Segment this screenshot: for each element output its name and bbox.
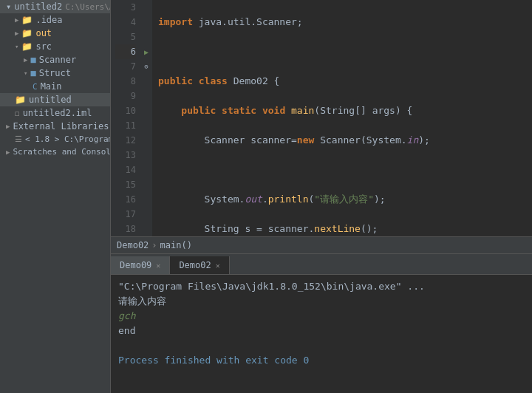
line-num-9: 9 bbox=[115, 89, 136, 103]
terminal-tab-demo02[interactable]: Demo02 ✕ bbox=[170, 256, 229, 274]
line-num-11: 11 bbox=[115, 118, 136, 133]
line-num-17: 17 bbox=[115, 207, 136, 222]
sidebar-label-out: out bbox=[35, 28, 52, 38]
gutter-12 bbox=[140, 148, 152, 163]
iml-file-icon: ◻ bbox=[15, 109, 20, 118]
gutter-14 bbox=[140, 177, 152, 192]
folder-icon: 📁 bbox=[21, 15, 33, 25]
code-content[interactable]: import java.util.Scanner; public class D… bbox=[152, 0, 532, 236]
line-num-5: 5 bbox=[115, 30, 136, 44]
line-num-10: 10 bbox=[115, 103, 136, 118]
breadcrumb-method[interactable]: main() bbox=[160, 240, 192, 250]
gutter-13 bbox=[140, 163, 152, 177]
editor-gutter: ▶ ⊙ bbox=[140, 0, 152, 236]
sidebar-label-external: External Libraries bbox=[13, 121, 109, 131]
breadcrumb: Demo02 › main() bbox=[111, 236, 532, 254]
gutter-10 bbox=[140, 118, 152, 133]
project-name-label: untitled2 bbox=[14, 1, 62, 12]
gutter-9 bbox=[140, 103, 152, 118]
gutter-11 bbox=[140, 133, 152, 148]
main-layout: ▾ untitled2 C:\Users\Apple ▶ 📁 .idea ▶ 📁… bbox=[0, 0, 532, 393]
gutter-5 bbox=[140, 30, 152, 44]
gutter-17 bbox=[140, 222, 152, 236]
arrow-right-icon: ▶ bbox=[6, 148, 10, 156]
java-file-icon: C bbox=[33, 82, 38, 92]
terminal-tab-bar: Demo09 ✕ Demo02 ✕ bbox=[111, 254, 532, 275]
package-icon: ■ bbox=[30, 55, 35, 65]
sidebar-item-struct[interactable]: ▾ ■ Struct bbox=[0, 66, 110, 80]
gutter-3 bbox=[140, 0, 152, 15]
sidebar-item-untitled[interactable]: 📁 untitled bbox=[0, 93, 110, 106]
sidebar-item-jdk[interactable]: ☰ < 1.8 > C:\Program F bbox=[0, 133, 110, 146]
code-line-8 bbox=[158, 163, 526, 177]
line-num-3: 3 bbox=[115, 0, 136, 15]
arrow-right-icon: ▶ bbox=[6, 123, 10, 130]
arrow-right-icon: ▶ bbox=[15, 30, 18, 37]
project-sidebar: ▾ untitled2 C:\Users\Apple ▶ 📁 .idea ▶ 📁… bbox=[0, 0, 111, 393]
sidebar-label-main: Main bbox=[41, 81, 62, 92]
terminal-tab-demo02-label: Demo02 bbox=[179, 260, 211, 270]
sidebar-item-scratches[interactable]: ▶ Scratches and Consoles bbox=[0, 146, 110, 158]
line-num-13: 13 bbox=[115, 148, 136, 163]
breadcrumb-file[interactable]: Demo02 bbox=[117, 240, 149, 250]
sidebar-item-external[interactable]: ▶ External Libraries bbox=[0, 120, 110, 133]
line-numbers: 3 4 5 6 7 8 9 10 11 12 13 14 15 16 17 18 bbox=[111, 0, 140, 236]
line-num-12: 12 bbox=[115, 133, 136, 148]
sidebar-label-untitled: untitled bbox=[29, 95, 72, 105]
code-line-6: public static void main(String[] args) { bbox=[158, 103, 526, 118]
arrow-down-icon: ▾ bbox=[15, 43, 18, 50]
sidebar-label-src: src bbox=[35, 41, 52, 52]
code-line-5: public class Demo02 { bbox=[158, 74, 526, 89]
gutter-6b: ⊙ bbox=[140, 59, 152, 74]
breadcrumb-separator: › bbox=[151, 240, 157, 250]
gutter-6: ▶ bbox=[140, 44, 152, 59]
line-num-7: 7 bbox=[115, 59, 136, 74]
terminal-tab-demo09-close[interactable]: ✕ bbox=[156, 262, 160, 270]
folder-icon-untitled: 📁 bbox=[15, 95, 26, 105]
line-num-15: 15 bbox=[115, 177, 136, 192]
folder-icon-src: 📁 bbox=[21, 41, 33, 52]
terminal-line-empty bbox=[118, 338, 525, 353]
terminal-tab-demo09[interactable]: Demo09 ✕ bbox=[111, 256, 170, 274]
line-num-14: 14 bbox=[115, 163, 136, 177]
sidebar-label-scratches: Scratches and Consoles bbox=[13, 147, 111, 157]
gutter-16 bbox=[140, 207, 152, 222]
editor-area: 3 4 5 6 7 8 9 10 11 12 13 14 15 16 17 18 bbox=[111, 0, 532, 393]
terminal-output: "C:\Program Files\Java\jdk1.8.0_152\bin\… bbox=[111, 275, 532, 393]
sidebar-item-untitled2iml[interactable]: ◻ untitled2.iml bbox=[0, 106, 110, 120]
sidebar-item-src[interactable]: ▾ 📁 src bbox=[0, 40, 110, 53]
code-line-4 bbox=[158, 44, 526, 59]
sidebar-item-scanner[interactable]: ▶ ■ Scanner bbox=[0, 53, 110, 66]
line-num-16: 16 bbox=[115, 192, 136, 207]
terminal-line-end: end bbox=[118, 324, 525, 338]
terminal-tab-demo09-label: Demo09 bbox=[120, 260, 151, 270]
line-num-18: 18 bbox=[115, 222, 136, 236]
arrow-right-icon: ▶ bbox=[24, 56, 27, 64]
terminal-tab-demo02-close[interactable]: ✕ bbox=[216, 262, 220, 270]
sdk-icon: ☰ bbox=[15, 134, 22, 144]
sidebar-label-struct: Struct bbox=[39, 68, 71, 78]
line-num-6: 6 bbox=[115, 44, 136, 59]
package-icon-struct: ■ bbox=[30, 68, 35, 78]
gutter-8 bbox=[140, 89, 152, 103]
line-num-4: 4 bbox=[115, 15, 136, 30]
code-editor[interactable]: 3 4 5 6 7 8 9 10 11 12 13 14 15 16 17 18 bbox=[111, 0, 532, 236]
arrow-down-icon: ▾ bbox=[24, 69, 27, 77]
sidebar-item-idea[interactable]: ▶ 📁 .idea bbox=[0, 13, 110, 27]
code-line-3: import java.util.Scanner; bbox=[158, 15, 526, 30]
sidebar-label-jdk: < 1.8 > C:\Program F bbox=[25, 134, 111, 144]
project-path: C:\Users\Apple bbox=[65, 2, 111, 12]
terminal-line-cmd: "C:\Program Files\Java\jdk1.8.0_152\bin\… bbox=[118, 279, 525, 294]
terminal-line-finished: Process finished with exit code 0 bbox=[118, 353, 525, 368]
code-line-7: Scanner scanner=new Scanner(System.in); bbox=[158, 133, 526, 148]
sidebar-item-out[interactable]: ▶ 📁 out bbox=[0, 27, 110, 40]
folder-icon-out: 📁 bbox=[21, 28, 33, 38]
gutter-15 bbox=[140, 192, 152, 207]
line-num-8: 8 bbox=[115, 74, 136, 89]
gutter-4 bbox=[140, 15, 152, 30]
sidebar-label-iml: untitled2.iml bbox=[23, 108, 92, 118]
gutter-7 bbox=[140, 74, 152, 89]
sidebar-project-root[interactable]: ▾ untitled2 C:\Users\Apple bbox=[0, 0, 110, 13]
sidebar-item-main[interactable]: C Main bbox=[0, 80, 110, 93]
terminal-line-gch: gch bbox=[118, 309, 525, 324]
